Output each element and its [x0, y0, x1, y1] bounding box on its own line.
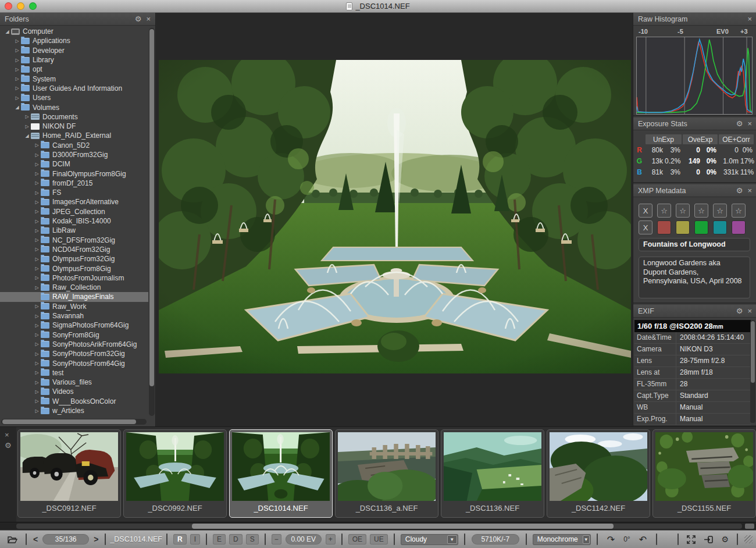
color-label-swatch-1[interactable]: [657, 220, 671, 234]
underexposure-toggle[interactable]: UE: [370, 534, 388, 545]
exposure-button[interactable]: E: [213, 534, 226, 545]
expand-arrow-icon[interactable]: ▷: [33, 285, 41, 290]
tree-item-fromdf-2015[interactable]: ▷fromDf_2015: [0, 179, 148, 188]
tree-item-raw-imagesfinals[interactable]: RAW_ImagesFinals: [0, 292, 148, 301]
tree-item-w-articles[interactable]: ▷w_Articles: [0, 406, 148, 415]
tree-item-home-raid-external[interactable]: ◢Home_RAID_External: [0, 131, 148, 140]
tree-item-kodak-ibis-14000[interactable]: ▷Kodak_IBIS-14000: [0, 216, 148, 226]
xmp-title-field[interactable]: Fountains of Longwood: [639, 238, 750, 251]
close-icon[interactable]: ×: [747, 15, 752, 23]
close-filmstrip-icon[interactable]: ×: [5, 430, 9, 439]
expand-arrow-icon[interactable]: ▷: [33, 152, 41, 158]
tree-item-test[interactable]: ▷test: [0, 368, 148, 378]
expand-arrow-icon[interactable]: ▷: [33, 162, 41, 167]
clear-color-label-button[interactable]: X: [639, 220, 652, 234]
expand-arrow-icon[interactable]: ▷: [33, 275, 41, 280]
star-rating-button-5[interactable]: ☆: [732, 204, 746, 218]
tree-item-documents[interactable]: ▷Documents: [0, 112, 148, 122]
collapse-arrow-icon[interactable]: ◢: [13, 105, 21, 110]
exif-scrollbar[interactable]: [750, 320, 755, 423]
expand-arrow-icon[interactable]: ▷: [33, 200, 41, 205]
tree-item-sonyfrom8gig[interactable]: ▷SonyFrom8Gig: [0, 330, 148, 340]
close-icon[interactable]: ×: [747, 187, 752, 194]
close-icon[interactable]: ×: [747, 120, 752, 127]
internal-jpeg-button[interactable]: I: [190, 534, 200, 545]
expand-arrow-icon[interactable]: ▷: [13, 95, 21, 101]
expand-arrow-icon[interactable]: ▷: [13, 76, 21, 81]
close-icon[interactable]: ×: [146, 15, 151, 23]
gear-icon[interactable]: ⚙: [135, 15, 142, 23]
filmstrip-scrollbar[interactable]: [0, 522, 756, 530]
close-window-button[interactable]: [5, 2, 12, 10]
expand-arrow-icon[interactable]: ▷: [33, 247, 41, 252]
filmstrip-thumbnail--dsc1155-nef[interactable]: _DSC1155.NEF: [652, 429, 756, 518]
tree-item-jpeg-collection[interactable]: ▷JPEG_Collection: [0, 207, 148, 216]
white-balance-dropdown[interactable]: Cloudy ▼: [401, 534, 458, 545]
tree-item-imagesforalternative[interactable]: ▷ImagesForAlternative: [0, 197, 148, 207]
star-rating-button-1[interactable]: ☆: [657, 204, 671, 218]
expand-arrow-icon[interactable]: ▷: [23, 114, 31, 119]
details-button[interactable]: D: [229, 534, 243, 545]
expand-arrow-icon[interactable]: ▷: [33, 237, 41, 243]
expand-arrow-icon[interactable]: ▷: [13, 48, 21, 53]
render-mode-dropdown[interactable]: Monochrome ▼: [533, 534, 591, 545]
tree-item-nikon-df[interactable]: ▷NIKON DF: [0, 122, 148, 131]
tree-item-fs[interactable]: ▷FS: [0, 188, 148, 197]
tree-item-d3000from32gig[interactable]: ▷D3000From32Gig: [0, 150, 148, 159]
zoom-window-button[interactable]: [29, 2, 37, 10]
tree-item-nc-dfsfrom32gig[interactable]: ▷NC_DFSFrom32Gig: [0, 236, 148, 245]
expand-arrow-icon[interactable]: ▷: [33, 323, 41, 328]
color-label-swatch-4[interactable]: [713, 220, 727, 234]
rotate-left-icon[interactable]: ↶: [639, 534, 647, 545]
gear-icon[interactable]: ⚙: [736, 187, 743, 194]
filmstrip-thumbnail--dsc1014-nef[interactable]: _DSC1014.NEF: [229, 429, 333, 518]
expand-arrow-icon[interactable]: ▷: [33, 408, 41, 414]
tree-item-olympusfrom8gig[interactable]: ▷OlympusFrom8Gig: [0, 264, 148, 273]
filmstrip-thumbnail--dsc1142-nef[interactable]: _DSC1142.NEF: [547, 429, 650, 518]
tree-item-finalolympusfrom8gig[interactable]: ▷FinalOlympusFrom8Gig: [0, 169, 148, 178]
tree-item-sigmaphotosfrom64gig[interactable]: ▷SigmaPhotosFrom64Gig: [0, 321, 148, 330]
expand-arrow-icon[interactable]: ▷: [23, 124, 31, 129]
star-rating-button-4[interactable]: ☆: [713, 204, 727, 218]
tree-item-user-guides-and-information[interactable]: ▷User Guides And Information: [0, 84, 148, 93]
tree-item-users[interactable]: ▷Users: [0, 93, 148, 102]
tree-item-w-booksoncolor[interactable]: ▷W___BooksOnColor: [0, 397, 148, 406]
expand-arrow-icon[interactable]: ▷: [13, 38, 21, 44]
expand-arrow-icon[interactable]: ▷: [33, 266, 41, 271]
tree-item-system[interactable]: ▷System: [0, 74, 148, 83]
tree-item-ncd04from32gig[interactable]: ▷NCD04From32Gig: [0, 245, 148, 254]
folders-horizontal-scrollbar[interactable]: [1, 419, 147, 425]
tree-item-dcim[interactable]: ▷DCIM: [0, 159, 148, 169]
close-icon[interactable]: ×: [747, 307, 752, 315]
star-rating-button-2[interactable]: ☆: [676, 204, 690, 218]
main-image[interactable]: [159, 60, 631, 373]
tree-item-various-files[interactable]: ▷Various_files: [0, 378, 148, 387]
expand-arrow-icon[interactable]: ▷: [33, 257, 41, 262]
overexposure-toggle[interactable]: OE: [348, 534, 366, 545]
settings-gear-icon[interactable]: ⚙: [721, 535, 729, 544]
tree-item-olympusfrom32gig[interactable]: ▷OlympusFrom32Gig: [0, 254, 148, 264]
expand-arrow-icon[interactable]: ▷: [33, 332, 41, 337]
filmstrip-thumbnail--dsc1136-nef[interactable]: _DSC1136.NEF: [441, 429, 544, 518]
tree-item-raw-work[interactable]: ▷Raw_Work: [0, 302, 148, 311]
fullscreen-icon[interactable]: [687, 535, 696, 544]
tree-item-photosfromjournalism[interactable]: ▷PhotosFromJournalism: [0, 273, 148, 283]
expand-arrow-icon[interactable]: ▷: [33, 361, 41, 366]
expand-arrow-icon[interactable]: ▷: [13, 86, 21, 91]
raw-mode-button[interactable]: R: [173, 534, 187, 545]
xmp-description-field[interactable]: Longwood Gardens aka Dupont Gardens, Pen…: [639, 257, 750, 298]
filmstrip-thumbnail--dsc0912-nef[interactable]: _DSC0912.NEF: [17, 429, 121, 518]
expand-arrow-icon[interactable]: ▷: [33, 341, 41, 347]
open-folder-icon[interactable]: [8, 536, 17, 543]
expand-arrow-icon[interactable]: ▷: [33, 389, 41, 394]
filmstrip-gear-icon[interactable]: ⚙: [5, 441, 12, 450]
color-label-swatch-5[interactable]: [732, 220, 746, 234]
gear-icon[interactable]: ⚙: [736, 120, 743, 127]
expand-arrow-icon[interactable]: ▷: [33, 380, 41, 385]
expand-arrow-icon[interactable]: ▷: [33, 180, 41, 186]
tree-item-raw-collection[interactable]: ▷Raw_Collection: [0, 283, 148, 292]
minimize-window-button[interactable]: [17, 2, 24, 10]
tree-item-sonyphotosarikfrom64gig[interactable]: ▷SonyPhotosArikFrom64Gig: [0, 340, 148, 349]
star-rating-button-3[interactable]: ☆: [694, 204, 708, 218]
clear-rating-button[interactable]: X: [639, 204, 652, 218]
